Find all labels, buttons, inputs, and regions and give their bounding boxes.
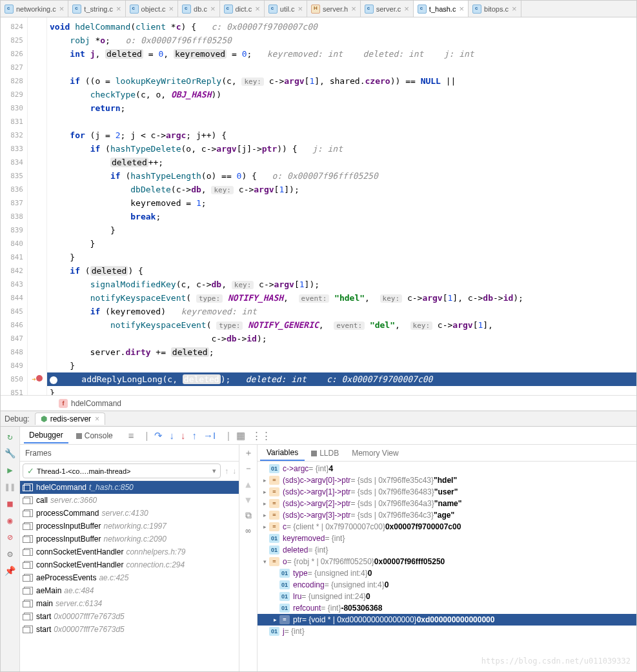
code-line[interactable]: addReplyLongLong(c, deleted); deleted: i… <box>47 372 636 386</box>
code-line[interactable]: } <box>47 237 636 250</box>
evaluate-icon[interactable]: ▦ <box>236 430 245 442</box>
pause-icon[interactable]: ❚❚ <box>4 480 17 494</box>
variable-row[interactable]: 01keyremoved = {int} <box>258 533 636 544</box>
file-tab[interactable]: util.c× <box>265 1 307 17</box>
close-icon[interactable]: × <box>210 5 216 13</box>
code-line[interactable]: signalModifiedKey(c, c->db, key: c->argv… <box>47 278 636 291</box>
stack-frame[interactable]: aeMain ae.c:484 <box>20 584 239 597</box>
expand-icon[interactable]: ▸ <box>260 477 269 484</box>
remove-watch-icon[interactable]: － <box>243 463 254 474</box>
code-line[interactable]: keyremoved = 1; <box>47 196 636 210</box>
stack-frame[interactable]: connSocketEventHandler connection.c:294 <box>20 558 239 571</box>
debug-session-tab[interactable]: ⬢ redis-server × <box>35 412 105 425</box>
close-icon[interactable]: × <box>169 5 174 13</box>
code-line[interactable]: } <box>47 386 636 395</box>
code-line[interactable]: break; <box>47 210 636 223</box>
file-tab[interactable]: server.c× <box>361 1 414 17</box>
variables-list[interactable]: 01c->argc = {int} 4▸=(sds)c->argv[0]->pt… <box>258 462 636 671</box>
code-line[interactable]: for (j = 2; j < c->argc; j++) { <box>47 128 636 142</box>
variable-row[interactable]: 01refcount = {int} -805306368 <box>258 602 636 614</box>
next-frame-icon[interactable]: ↓ <box>232 467 236 476</box>
stack-frame[interactable]: connSocketEventHandler connhelpers.h:79 <box>20 545 239 558</box>
code-line[interactable]: } <box>47 359 636 372</box>
code-line[interactable]: notifyKeyspaceEvent( type: NOTIFY_GENERI… <box>47 318 636 332</box>
code-line[interactable]: if ((o = lookupKeyWriteOrReply(c, key: c… <box>47 74 636 88</box>
stack-frame[interactable]: start 0x00007fff7e7673d5 <box>20 623 239 636</box>
rerun-icon[interactable]: ↻ <box>4 429 17 443</box>
close-icon[interactable]: × <box>351 5 356 13</box>
settings-icon[interactable]: ⚙ <box>4 547 17 561</box>
expand-icon[interactable]: ▸ <box>260 500 269 507</box>
close-icon[interactable]: × <box>298 5 303 13</box>
force-step-into-icon[interactable]: ↓ <box>181 430 186 442</box>
code-line[interactable] <box>47 115 636 128</box>
variable-row[interactable]: ▸=c = {client * | 0x7f9700007c00} 0x0000… <box>258 521 636 533</box>
close-icon[interactable]: × <box>95 414 99 423</box>
stack-frame[interactable]: processCommand server.c:4130 <box>20 507 239 520</box>
variables-tab[interactable]: Variables <box>260 445 305 461</box>
stack-frame[interactable]: processInputBuffer networking.c:2090 <box>20 533 239 545</box>
frames-list[interactable]: hdelCommand t_hash.c:850call server.c:36… <box>20 481 239 671</box>
close-icon[interactable]: × <box>512 5 517 13</box>
close-icon[interactable]: × <box>404 5 409 13</box>
expand-icon[interactable]: ▾ <box>260 558 269 565</box>
file-tab[interactable]: dict.c× <box>220 1 265 17</box>
code-line[interactable]: return; <box>47 101 636 115</box>
code-line[interactable]: server.dirty += deleted; <box>47 345 636 359</box>
variable-row[interactable]: ▸=(sds)c->argv[3]->ptr = {sds | 0x7f96ff… <box>258 509 636 521</box>
variable-row[interactable]: ▸=(sds)c->argv[0]->ptr = {sds | 0x7f96ff… <box>258 474 636 486</box>
code-line[interactable]: void hdelCommand(client *c) { c: 0x00007… <box>47 20 636 34</box>
breadcrumb-bar[interactable]: f hdelCommand <box>1 395 636 411</box>
code-line[interactable]: if (hashTypeDelete(o, c->argv[j]->ptr)) … <box>47 142 636 156</box>
code-line[interactable]: int j, deleted = 0, keyremoved = 0; keyr… <box>47 47 636 61</box>
step-out-icon[interactable]: ↑ <box>192 430 197 442</box>
variable-row[interactable]: ▸=ptr = {void * | 0xd000000000000000} 0x… <box>258 614 636 626</box>
variable-row[interactable]: 01deleted = {int} <box>258 544 636 556</box>
stack-frame[interactable]: start 0x00007fff7e7673d5 <box>20 610 239 623</box>
code-editor[interactable]: 8248258268278288298308318328338348358368… <box>1 17 636 395</box>
code-line[interactable]: } <box>47 223 636 237</box>
file-tab[interactable]: object.c× <box>126 1 179 17</box>
step-into-icon[interactable]: ↓ <box>169 430 174 442</box>
file-tab[interactable]: t_string.c× <box>68 1 125 17</box>
stack-frame[interactable]: call server.c:3660 <box>20 494 239 507</box>
console-tab[interactable]: Console <box>71 429 118 443</box>
stop-icon[interactable]: ■ <box>4 496 17 511</box>
code-line[interactable]: dbDelete(c->db, key: c->argv[1]); <box>47 183 636 196</box>
thread-dropdown[interactable]: ✓ Thread-1-<co….main-thread> ▾ <box>23 463 221 478</box>
close-icon[interactable]: × <box>255 5 260 13</box>
debugger-tab[interactable]: Debugger <box>24 428 68 443</box>
stack-frame[interactable]: processInputBuffer networking.c:1997 <box>20 520 239 533</box>
stack-frame[interactable]: hdelCommand t_hash.c:850 <box>20 481 239 494</box>
add-watch-icon[interactable]: ＋ <box>243 447 254 459</box>
wrench-icon[interactable]: 🔧 <box>4 446 17 460</box>
file-tab[interactable]: bitops.c× <box>469 1 521 17</box>
down-icon[interactable]: ▼ <box>243 494 254 505</box>
close-icon[interactable]: × <box>59 5 65 13</box>
stack-frame[interactable]: aeProcessEvents ae.c:425 <box>20 571 239 584</box>
glasses-icon[interactable]: ∞ <box>243 525 254 536</box>
run-to-cursor-icon[interactable]: →I <box>203 430 216 442</box>
variable-row[interactable]: 01encoding = {unsigned int:4} 0 <box>258 579 636 591</box>
pin-icon[interactable]: 📌 <box>4 564 17 578</box>
code-line[interactable]: c->db->id); <box>47 332 636 345</box>
expand-icon[interactable]: ▸ <box>260 489 269 495</box>
variable-row[interactable]: 01lru = {unsigned int:24} 0 <box>258 591 636 602</box>
variable-row[interactable]: 01j = {int} <box>258 626 636 637</box>
code-line[interactable]: } <box>47 250 636 264</box>
up-icon[interactable]: ▲ <box>243 478 254 490</box>
code-line[interactable]: if (hashTypeLength(o) == 0) { o: 0x00007… <box>47 169 636 183</box>
code-area[interactable]: void hdelCommand(client *c) { c: 0x00007… <box>47 17 636 395</box>
code-line[interactable]: if (keyremoved) keyremoved: int <box>47 305 636 318</box>
expand-icon[interactable]: ▸ <box>260 524 269 530</box>
copy-icon[interactable]: ⧉ <box>243 509 254 521</box>
trace-icon[interactable]: ⋮⋮ <box>252 430 271 442</box>
code-line[interactable]: if (deleted) { <box>47 264 636 278</box>
expand-icon[interactable]: ▸ <box>260 512 269 518</box>
code-line[interactable]: deleted++; <box>47 156 636 169</box>
close-icon[interactable]: × <box>459 5 464 13</box>
variable-row[interactable]: 01c->argc = {int} 4 <box>258 463 636 474</box>
memory-view-tab[interactable]: Memory View <box>345 446 405 460</box>
code-line[interactable] <box>47 61 636 74</box>
variable-row[interactable]: ▾=o = {robj * | 0x7f96fff05250} 0x00007f… <box>258 556 636 567</box>
